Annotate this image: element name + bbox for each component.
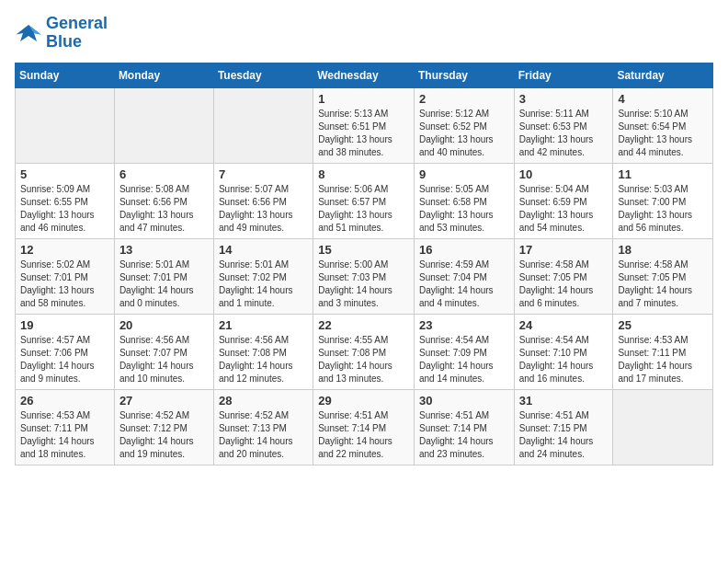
- day-info: Sunrise: 4:51 AM Sunset: 7:15 PM Dayligh…: [519, 409, 609, 461]
- day-number: 14: [219, 243, 308, 257]
- calendar-week-2: 5Sunrise: 5:09 AM Sunset: 6:55 PM Daylig…: [16, 163, 713, 238]
- day-number: 19: [20, 318, 109, 332]
- day-info: Sunrise: 5:12 AM Sunset: 6:52 PM Dayligh…: [419, 108, 509, 159]
- calendar-header-row: SundayMondayTuesdayWednesdayThursdayFrid…: [16, 63, 713, 87]
- day-number: 10: [519, 167, 609, 181]
- weekday-header-sunday: Sunday: [16, 63, 115, 87]
- day-number: 31: [519, 394, 609, 408]
- weekday-header-saturday: Saturday: [613, 63, 713, 87]
- day-info: Sunrise: 5:13 AM Sunset: 6:51 PM Dayligh…: [318, 108, 409, 159]
- day-info: Sunrise: 4:53 AM Sunset: 7:11 PM Dayligh…: [618, 334, 708, 385]
- day-info: Sunrise: 5:02 AM Sunset: 7:01 PM Dayligh…: [20, 259, 109, 310]
- day-number: 2: [419, 92, 509, 106]
- day-number: 6: [119, 167, 209, 181]
- day-number: 7: [219, 167, 308, 181]
- day-info: Sunrise: 5:03 AM Sunset: 7:00 PM Dayligh…: [618, 183, 708, 235]
- calendar-cell: 4Sunrise: 5:10 AM Sunset: 6:54 PM Daylig…: [613, 87, 713, 163]
- day-number: 4: [618, 92, 708, 106]
- day-info: Sunrise: 5:06 AM Sunset: 6:57 PM Dayligh…: [318, 183, 409, 235]
- calendar-cell: 3Sunrise: 5:11 AM Sunset: 6:53 PM Daylig…: [514, 87, 613, 163]
- day-number: 13: [119, 243, 209, 257]
- calendar-cell: [613, 389, 713, 465]
- day-number: 1: [318, 92, 409, 106]
- day-number: 21: [219, 318, 308, 332]
- weekday-header-monday: Monday: [114, 63, 213, 87]
- day-info: Sunrise: 4:56 AM Sunset: 7:08 PM Dayligh…: [219, 334, 308, 385]
- day-info: Sunrise: 4:59 AM Sunset: 7:04 PM Dayligh…: [419, 259, 509, 310]
- day-number: 15: [318, 243, 409, 257]
- day-info: Sunrise: 5:05 AM Sunset: 6:58 PM Dayligh…: [419, 183, 509, 235]
- day-info: Sunrise: 5:01 AM Sunset: 7:02 PM Dayligh…: [219, 259, 308, 310]
- calendar-cell: 9Sunrise: 5:05 AM Sunset: 6:58 PM Daylig…: [414, 163, 514, 238]
- calendar-cell: 30Sunrise: 4:51 AM Sunset: 7:14 PM Dayli…: [414, 389, 514, 465]
- weekday-header-thursday: Thursday: [414, 63, 514, 87]
- calendar-cell: 28Sunrise: 4:52 AM Sunset: 7:13 PM Dayli…: [213, 389, 313, 465]
- calendar-cell: 1Sunrise: 5:13 AM Sunset: 6:51 PM Daylig…: [313, 87, 415, 163]
- day-info: Sunrise: 4:52 AM Sunset: 7:12 PM Dayligh…: [119, 409, 209, 461]
- weekday-header-tuesday: Tuesday: [213, 63, 313, 87]
- logo-text: General Blue: [46, 15, 108, 52]
- day-info: Sunrise: 4:55 AM Sunset: 7:08 PM Dayligh…: [318, 334, 409, 385]
- day-number: 27: [119, 394, 209, 408]
- day-number: 29: [318, 394, 409, 408]
- calendar-week-4: 19Sunrise: 4:57 AM Sunset: 7:06 PM Dayli…: [16, 314, 713, 389]
- day-number: 24: [519, 318, 609, 332]
- day-number: 12: [20, 243, 109, 257]
- day-info: Sunrise: 4:52 AM Sunset: 7:13 PM Dayligh…: [219, 409, 308, 461]
- calendar-cell: 26Sunrise: 4:53 AM Sunset: 7:11 PM Dayli…: [16, 389, 115, 465]
- calendar: SundayMondayTuesdayWednesdayThursdayFrid…: [15, 63, 713, 465]
- calendar-cell: 20Sunrise: 4:56 AM Sunset: 7:07 PM Dayli…: [114, 314, 213, 389]
- day-info: Sunrise: 4:56 AM Sunset: 7:07 PM Dayligh…: [119, 334, 209, 385]
- calendar-cell: 8Sunrise: 5:06 AM Sunset: 6:57 PM Daylig…: [313, 163, 415, 238]
- calendar-week-3: 12Sunrise: 5:02 AM Sunset: 7:01 PM Dayli…: [16, 238, 713, 314]
- calendar-cell: 27Sunrise: 4:52 AM Sunset: 7:12 PM Dayli…: [114, 389, 213, 465]
- calendar-cell: 5Sunrise: 5:09 AM Sunset: 6:55 PM Daylig…: [16, 163, 115, 238]
- day-number: 18: [618, 243, 708, 257]
- calendar-cell: 24Sunrise: 4:54 AM Sunset: 7:10 PM Dayli…: [514, 314, 613, 389]
- calendar-cell: 18Sunrise: 4:58 AM Sunset: 7:05 PM Dayli…: [613, 238, 713, 314]
- day-info: Sunrise: 4:58 AM Sunset: 7:05 PM Dayligh…: [519, 259, 609, 310]
- day-number: 26: [20, 394, 109, 408]
- calendar-cell: 12Sunrise: 5:02 AM Sunset: 7:01 PM Dayli…: [16, 238, 115, 314]
- day-number: 8: [318, 167, 409, 181]
- day-number: 16: [419, 243, 509, 257]
- day-info: Sunrise: 4:51 AM Sunset: 7:14 PM Dayligh…: [318, 409, 409, 461]
- calendar-cell: [16, 87, 115, 163]
- day-info: Sunrise: 5:08 AM Sunset: 6:56 PM Dayligh…: [119, 183, 209, 235]
- day-info: Sunrise: 5:00 AM Sunset: 7:03 PM Dayligh…: [318, 259, 409, 310]
- day-info: Sunrise: 5:11 AM Sunset: 6:53 PM Dayligh…: [519, 108, 609, 159]
- weekday-header-friday: Friday: [514, 63, 613, 87]
- calendar-cell: [114, 87, 213, 163]
- day-number: 11: [618, 167, 708, 181]
- day-info: Sunrise: 5:10 AM Sunset: 6:54 PM Dayligh…: [618, 108, 708, 159]
- calendar-cell: 19Sunrise: 4:57 AM Sunset: 7:06 PM Dayli…: [16, 314, 115, 389]
- day-number: 28: [219, 394, 308, 408]
- day-info: Sunrise: 5:07 AM Sunset: 6:56 PM Dayligh…: [219, 183, 308, 235]
- calendar-cell: [213, 87, 313, 163]
- calendar-cell: 15Sunrise: 5:00 AM Sunset: 7:03 PM Dayli…: [313, 238, 415, 314]
- calendar-cell: 21Sunrise: 4:56 AM Sunset: 7:08 PM Dayli…: [213, 314, 313, 389]
- day-number: 17: [519, 243, 609, 257]
- day-number: 20: [119, 318, 209, 332]
- day-number: 5: [20, 167, 109, 181]
- day-info: Sunrise: 4:57 AM Sunset: 7:06 PM Dayligh…: [20, 334, 109, 385]
- calendar-cell: 10Sunrise: 5:04 AM Sunset: 6:59 PM Dayli…: [514, 163, 613, 238]
- day-number: 25: [618, 318, 708, 332]
- day-info: Sunrise: 5:01 AM Sunset: 7:01 PM Dayligh…: [119, 259, 209, 310]
- calendar-cell: 6Sunrise: 5:08 AM Sunset: 6:56 PM Daylig…: [114, 163, 213, 238]
- calendar-cell: 16Sunrise: 4:59 AM Sunset: 7:04 PM Dayli…: [414, 238, 514, 314]
- calendar-cell: 14Sunrise: 5:01 AM Sunset: 7:02 PM Dayli…: [213, 238, 313, 314]
- day-info: Sunrise: 4:58 AM Sunset: 7:05 PM Dayligh…: [618, 259, 708, 310]
- day-info: Sunrise: 4:54 AM Sunset: 7:10 PM Dayligh…: [519, 334, 609, 385]
- page-header: General Blue: [15, 15, 713, 52]
- day-info: Sunrise: 4:54 AM Sunset: 7:09 PM Dayligh…: [419, 334, 509, 385]
- calendar-cell: 29Sunrise: 4:51 AM Sunset: 7:14 PM Dayli…: [313, 389, 415, 465]
- logo: General Blue: [15, 15, 108, 52]
- logo-icon: [15, 19, 42, 47]
- calendar-cell: 17Sunrise: 4:58 AM Sunset: 7:05 PM Dayli…: [514, 238, 613, 314]
- calendar-cell: 2Sunrise: 5:12 AM Sunset: 6:52 PM Daylig…: [414, 87, 514, 163]
- day-info: Sunrise: 4:51 AM Sunset: 7:14 PM Dayligh…: [419, 409, 509, 461]
- calendar-cell: 31Sunrise: 4:51 AM Sunset: 7:15 PM Dayli…: [514, 389, 613, 465]
- calendar-cell: 13Sunrise: 5:01 AM Sunset: 7:01 PM Dayli…: [114, 238, 213, 314]
- calendar-week-5: 26Sunrise: 4:53 AM Sunset: 7:11 PM Dayli…: [16, 389, 713, 465]
